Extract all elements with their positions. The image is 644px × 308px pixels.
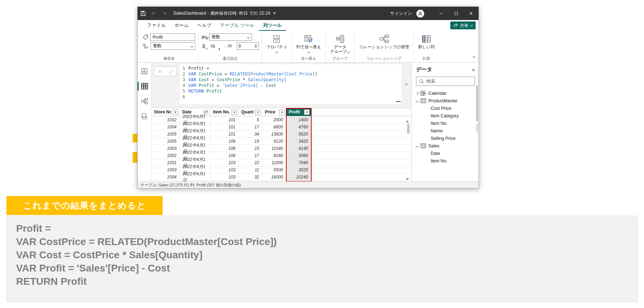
- group-label-structure: 構造体: [143, 55, 195, 62]
- tree-field-Item Category[interactable]: Item Category: [416, 112, 475, 119]
- properties-label: プロパティ: [266, 45, 287, 49]
- sort-by-column-button[interactable]: 列で並べ替え: [295, 33, 323, 53]
- ribbon-group-format: $% 整数 $ % , →.00 0 書式設定: [199, 33, 262, 62]
- tree-field-Cost Price[interactable]: Cost Price: [416, 104, 475, 112]
- column-header-item[interactable]: Item No.: [210, 108, 239, 116]
- cell-profit: 3060: [286, 152, 311, 159]
- filter-dropdown-icon[interactable]: [304, 109, 309, 115]
- commit-formula-icon[interactable]: [169, 69, 173, 73]
- sort-by-column-label: 列で並べ替え: [296, 45, 321, 49]
- share-label: 共有: [460, 23, 469, 29]
- properties-button[interactable]: プロパティ: [265, 33, 289, 53]
- redo-icon[interactable]: ↷: [159, 7, 170, 20]
- tree-field-Name[interactable]: Name: [416, 127, 475, 135]
- chevron-right-icon[interactable]: [416, 92, 418, 95]
- maximize-button[interactable]: [449, 7, 464, 20]
- tree-field-Item No.[interactable]: Item No.: [416, 157, 475, 165]
- thousands-separator-button[interactable]: ,: [218, 43, 220, 49]
- tab-ホーム[interactable]: ホーム: [170, 20, 193, 31]
- status-text: テーブル: Sales (27,375 行) 列: Profit (357 個の…: [140, 182, 241, 188]
- code-token: ): [315, 71, 317, 77]
- ribbon-group-structure: 123 整数 構造体: [140, 33, 199, 62]
- save-icon[interactable]: [138, 7, 148, 20]
- pane-scrollbar-thumb[interactable]: [476, 85, 478, 121]
- account-avatar[interactable]: [416, 10, 424, 18]
- ribbon-group-calculations: 新しい列 計算: [414, 33, 439, 62]
- column-header-label: Store No.: [154, 109, 171, 114]
- column-header-profit[interactable]: Profit: [286, 108, 311, 116]
- decimal-places-icon[interactable]: →.00: [223, 44, 232, 48]
- title-dropdown-caret[interactable]: [273, 13, 276, 16]
- chevron-down-icon: [205, 47, 208, 49]
- format-select[interactable]: 整数: [209, 33, 252, 41]
- close-button[interactable]: ×: [464, 7, 479, 20]
- formula-bar: 1Profit =2VAR CostPrice = RELATED(Produc…: [152, 63, 411, 108]
- cancel-formula-icon[interactable]: [158, 69, 162, 73]
- model-view-button[interactable]: [138, 96, 151, 106]
- share-button[interactable]: 共有: [450, 21, 476, 29]
- undo-icon[interactable]: ↶: [148, 7, 159, 20]
- pane-scrollbar-thumb[interactable]: [476, 123, 478, 133]
- data-pane-title: データ: [416, 66, 432, 73]
- currency-format-button[interactable]: $: [202, 43, 207, 49]
- cell-item: 101: [210, 116, 239, 123]
- dax-editor[interactable]: 1Profit =2VAR CostPrice = RELATED(Produc…: [180, 64, 401, 104]
- filter-dropdown-icon[interactable]: [173, 109, 178, 115]
- code-token: Profit =: [188, 65, 209, 71]
- code-token: (: [248, 71, 250, 77]
- datatype-select[interactable]: 整数: [150, 42, 195, 50]
- filter-dropdown-icon[interactable]: [232, 109, 237, 115]
- cell-qty: 17: [239, 152, 262, 159]
- column-header-qty[interactable]: Quantity: [239, 108, 262, 116]
- search-input[interactable]: 検索: [416, 77, 475, 86]
- data-groups-button[interactable]: データグループ: [329, 33, 352, 54]
- tree-field-Item No.[interactable]: Item No.: [416, 119, 475, 127]
- formula-bar-resize-handle[interactable]: [396, 101, 401, 102]
- tree-field-Date[interactable]: Date: [416, 150, 475, 157]
- table-row[interactable]: 10042022年4月1日103321600010240: [152, 173, 411, 181]
- line-number: 4: [180, 83, 188, 88]
- report-view-button[interactable]: [138, 66, 151, 76]
- chevron-down-icon: [347, 50, 350, 53]
- filter-dropdown-icon[interactable]: [279, 109, 284, 115]
- stepper-arrows[interactable]: [255, 43, 257, 49]
- collapse-pane-icon[interactable]: »: [472, 67, 475, 72]
- summary-heading-banner: これまでの結果をまとめると: [6, 196, 163, 215]
- tab-列ツール[interactable]: 列ツール: [259, 20, 286, 31]
- collapse-ribbon-button[interactable]: [473, 54, 475, 60]
- tree-table-Sales[interactable]: Sales: [416, 142, 475, 150]
- column-name-input[interactable]: [150, 33, 195, 41]
- percent-format-button[interactable]: %: [210, 43, 215, 49]
- table-table-icon: [421, 98, 426, 103]
- tree-table-Calendar[interactable]: Calendar: [416, 89, 475, 97]
- manage-relationships-button[interactable]: リレーションシップの管理: [357, 33, 410, 49]
- new-column-button[interactable]: 新しい列: [417, 33, 436, 49]
- filter-dropdown-icon[interactable]: [255, 109, 261, 115]
- tree-table-ProductMaster[interactable]: ProductMaster: [416, 97, 475, 104]
- tab-テーブル ツール[interactable]: テーブル ツール: [216, 20, 259, 31]
- sign-in-button[interactable]: サインイン: [390, 10, 412, 16]
- scroll-down-arrow[interactable]: [406, 178, 409, 181]
- column-header-store[interactable]: Store No.: [152, 108, 180, 116]
- calendar-table-icon: [421, 91, 426, 96]
- data-view-canvas: 1Profit =2VAR CostPrice = RELATED(Produc…: [152, 63, 411, 181]
- expand-formula-bar-button[interactable]: [405, 80, 408, 86]
- chevron-down-icon[interactable]: [416, 99, 418, 102]
- dax-query-view-button[interactable]: DAX: [138, 111, 151, 121]
- chevron-down-icon[interactable]: [416, 145, 418, 147]
- tree-field-Selling Price[interactable]: Selling Price: [416, 135, 475, 142]
- scroll-up-arrow[interactable]: [406, 119, 409, 122]
- minimize-button[interactable]: ─: [434, 7, 449, 20]
- dax-query-view-icon: DAX: [141, 113, 148, 120]
- tab-ヘルプ[interactable]: ヘルプ: [193, 20, 216, 31]
- group-label-relationships: リレーションシップ: [357, 55, 410, 62]
- tab-ファイル[interactable]: ファイル: [143, 20, 170, 31]
- column-header-price[interactable]: Price: [262, 108, 286, 116]
- cell-item: 106: [210, 138, 239, 145]
- data-view-button[interactable]: [138, 81, 151, 91]
- column-header-label: Item No.: [213, 109, 230, 114]
- vertical-scrollbar-thumb[interactable]: [407, 124, 410, 134]
- cell-price: 11000: [262, 159, 286, 166]
- decimals-stepper[interactable]: 0: [237, 42, 259, 50]
- format-icon: $%: [202, 35, 207, 39]
